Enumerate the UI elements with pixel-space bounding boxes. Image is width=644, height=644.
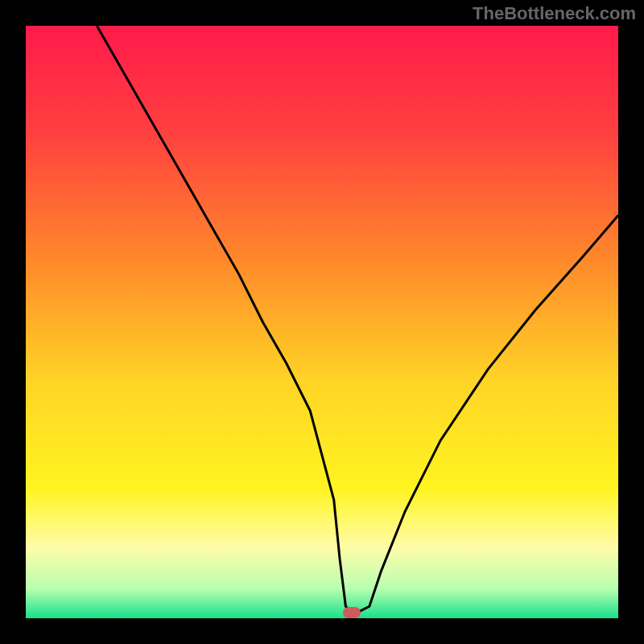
plot-area <box>26 26 618 618</box>
optimal-marker <box>343 607 361 618</box>
watermark-text: TheBottleneck.com <box>473 3 636 24</box>
bottleneck-curve <box>26 26 618 618</box>
